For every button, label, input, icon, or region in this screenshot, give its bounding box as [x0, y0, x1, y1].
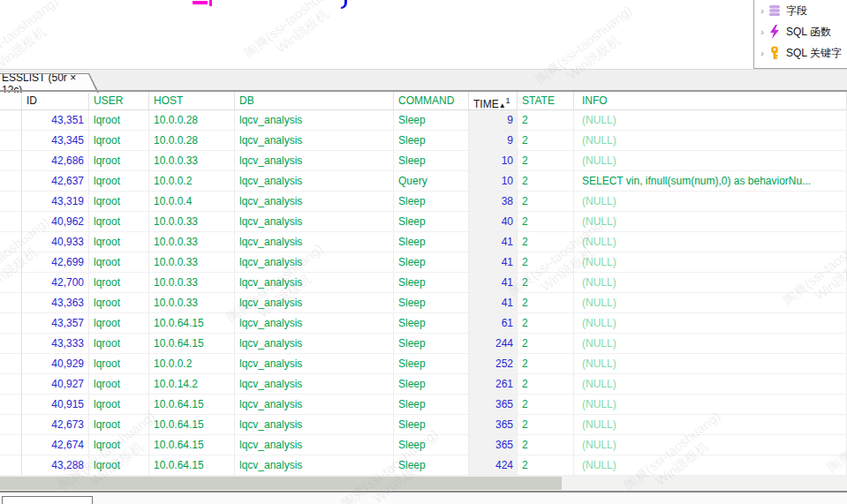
- cell-state[interactable]: 2: [518, 334, 574, 354]
- cell-info[interactable]: (NULL): [574, 313, 847, 334]
- cell-command[interactable]: Sleep: [394, 455, 469, 476]
- completion-item-2[interactable]: ›SQL 函数: [754, 21, 847, 42]
- cell-host[interactable]: 10.0.0.33: [149, 293, 235, 313]
- cell-user[interactable]: lqroot: [89, 192, 149, 212]
- row-gutter-cell[interactable]: [0, 131, 22, 151]
- cell-state[interactable]: 2: [518, 151, 574, 171]
- cell-info[interactable]: (NULL): [574, 151, 847, 171]
- cell-time[interactable]: 40: [469, 212, 518, 232]
- cell-host[interactable]: 10.0.0.33: [149, 273, 235, 293]
- cell-user[interactable]: lqroot: [89, 313, 149, 334]
- cell-command[interactable]: Sleep: [394, 374, 469, 395]
- cell-user[interactable]: lqroot: [89, 354, 149, 374]
- cell-host[interactable]: 10.0.0.33: [149, 212, 235, 232]
- cell-command[interactable]: Sleep: [394, 415, 469, 435]
- cell-user[interactable]: lqroot: [89, 435, 149, 455]
- cell-command[interactable]: Query: [394, 171, 469, 192]
- cell-command[interactable]: Sleep: [394, 313, 469, 334]
- cell-db[interactable]: lqcv_analysis: [235, 273, 394, 293]
- cell-db[interactable]: lqcv_analysis: [235, 354, 394, 374]
- cell-state[interactable]: 2: [518, 293, 574, 313]
- cell-id[interactable]: 43,363: [22, 293, 89, 313]
- cell-host[interactable]: 10.0.0.33: [149, 151, 235, 171]
- bottom-tab-stub[interactable]: [2, 496, 93, 504]
- cell-user[interactable]: lqroot: [89, 212, 149, 232]
- table-row[interactable]: 40,933lqroot10.0.0.33lqcv_analysisSleep4…: [0, 232, 847, 252]
- cell-id[interactable]: 43,288: [22, 455, 89, 476]
- chevron-right-icon[interactable]: ›: [757, 48, 768, 58]
- cell-command[interactable]: Sleep: [394, 232, 469, 252]
- chevron-right-icon[interactable]: ›: [757, 5, 768, 16]
- cell-time[interactable]: 365: [469, 435, 518, 455]
- cell-host[interactable]: 10.0.64.15: [149, 395, 235, 415]
- row-gutter-cell[interactable]: [0, 354, 22, 374]
- completion-item-3[interactable]: ›SQL 关键字: [754, 42, 847, 64]
- table-row[interactable]: 40,929lqroot10.0.0.2lqcv_analysisSleep25…: [0, 354, 847, 374]
- cell-user[interactable]: lqroot: [89, 131, 149, 151]
- cell-user[interactable]: lqroot: [89, 334, 149, 354]
- cell-state[interactable]: 2: [518, 395, 574, 415]
- cell-state[interactable]: 2: [518, 131, 574, 151]
- cell-info[interactable]: (NULL): [574, 131, 847, 151]
- horizontal-scrollbar[interactable]: [0, 476, 847, 491]
- cell-command[interactable]: Sleep: [394, 131, 469, 151]
- cell-command[interactable]: Sleep: [394, 435, 469, 455]
- row-gutter-cell[interactable]: [0, 273, 22, 293]
- cell-user[interactable]: lqroot: [89, 374, 149, 395]
- cell-time[interactable]: 41: [469, 273, 518, 293]
- cell-command[interactable]: Sleep: [394, 293, 469, 313]
- cell-host[interactable]: 10.0.0.28: [149, 131, 235, 151]
- column-header-user[interactable]: USER: [89, 92, 149, 110]
- cell-db[interactable]: lqcv_analysis: [235, 110, 394, 131]
- row-gutter-cell[interactable]: [0, 374, 22, 395]
- cell-info[interactable]: (NULL): [574, 110, 847, 131]
- cell-user[interactable]: lqroot: [89, 171, 149, 192]
- cell-info[interactable]: (NULL): [574, 334, 847, 354]
- cell-user[interactable]: lqroot: [89, 110, 149, 131]
- row-gutter-cell[interactable]: [0, 232, 22, 252]
- cell-command[interactable]: Sleep: [394, 192, 469, 212]
- column-header-state[interactable]: STATE: [518, 92, 574, 110]
- completion-item-1[interactable]: ›字段: [754, 0, 847, 21]
- row-gutter-cell[interactable]: [0, 313, 22, 334]
- cell-time[interactable]: 261: [469, 374, 518, 395]
- cell-id[interactable]: 42,674: [22, 435, 89, 455]
- cell-host[interactable]: 10.0.0.2: [149, 171, 235, 192]
- cell-time[interactable]: 9: [469, 110, 518, 131]
- cell-id[interactable]: 43,333: [22, 334, 89, 354]
- cell-id[interactable]: 40,933: [22, 232, 89, 252]
- table-row[interactable]: 43,345lqroot10.0.0.28lqcv_analysisSleep9…: [0, 131, 847, 151]
- cell-command[interactable]: Sleep: [394, 395, 469, 415]
- cell-command[interactable]: Sleep: [394, 110, 469, 131]
- cell-state[interactable]: 2: [518, 435, 574, 455]
- cell-command[interactable]: Sleep: [394, 354, 469, 374]
- row-gutter-cell[interactable]: [0, 293, 22, 313]
- cell-info[interactable]: (NULL): [574, 252, 847, 273]
- cell-time[interactable]: 252: [469, 354, 518, 374]
- table-row[interactable]: 43,351lqroot10.0.0.28lqcv_analysisSleep9…: [0, 110, 847, 131]
- cell-id[interactable]: 40,927: [22, 374, 89, 395]
- row-gutter-cell[interactable]: [0, 171, 22, 192]
- cell-time[interactable]: 365: [469, 415, 518, 435]
- cell-info[interactable]: (NULL): [574, 293, 847, 313]
- cell-time[interactable]: 10: [469, 171, 518, 192]
- table-row[interactable]: 42,699lqroot10.0.0.33lqcv_analysisSleep4…: [0, 252, 847, 273]
- column-header-host[interactable]: HOST: [149, 92, 235, 110]
- cell-id[interactable]: 43,345: [22, 131, 89, 151]
- cell-info[interactable]: (NULL): [574, 435, 847, 455]
- table-row[interactable]: 42,700lqroot10.0.0.33lqcv_analysisSleep4…: [0, 273, 847, 293]
- cell-state[interactable]: 2: [518, 192, 574, 212]
- cell-host[interactable]: 10.0.64.15: [149, 313, 235, 334]
- cell-id[interactable]: 40,962: [22, 212, 89, 232]
- cell-user[interactable]: lqroot: [89, 232, 149, 252]
- cell-id[interactable]: 42,699: [22, 252, 89, 273]
- cell-time[interactable]: 365: [469, 395, 518, 415]
- row-gutter-cell[interactable]: [0, 252, 22, 273]
- table-row[interactable]: 42,673lqroot10.0.64.15lqcv_analysisSleep…: [0, 415, 847, 435]
- row-gutter-cell[interactable]: [0, 435, 22, 455]
- cell-command[interactable]: Sleep: [394, 212, 469, 232]
- cell-host[interactable]: 10.0.0.4: [149, 192, 235, 212]
- cell-info[interactable]: (NULL): [574, 273, 847, 293]
- cell-id[interactable]: 42,700: [22, 273, 89, 293]
- table-row[interactable]: 42,686lqroot10.0.0.33lqcv_analysisSleep1…: [0, 151, 847, 171]
